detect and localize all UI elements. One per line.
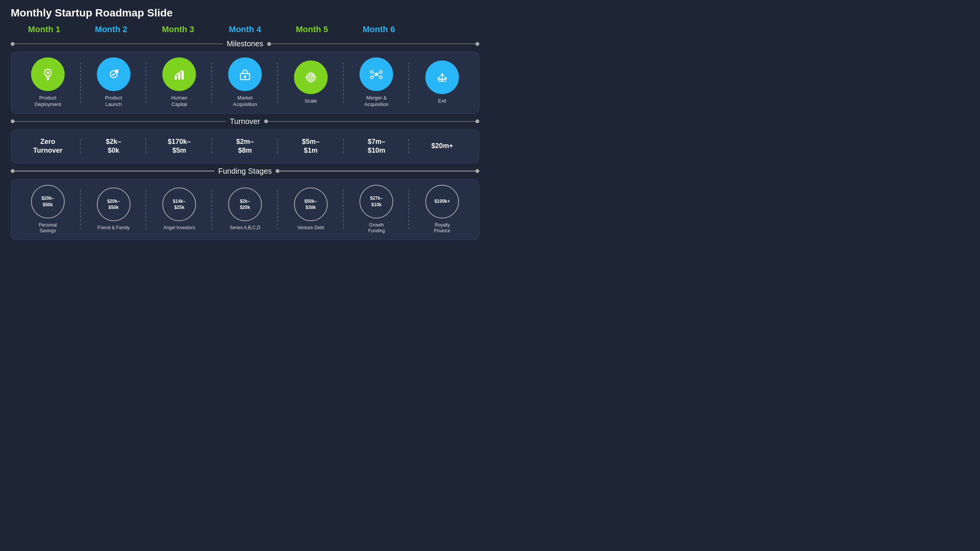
turnover-label: Turnover	[230, 117, 260, 126]
svg-point-14	[244, 75, 246, 78]
milestone-icon-4	[228, 57, 262, 91]
turnover-left-line	[11, 121, 226, 122]
funding-right-line	[276, 171, 479, 171]
funding-circle-2: $20k–$50k	[97, 187, 131, 221]
svg-point-28	[380, 76, 382, 79]
funding-circle-3: $14k–$25k	[162, 187, 196, 221]
turnover-value-2: $2k–$0k	[106, 137, 121, 155]
funding-amount-5: $50k–$30k	[304, 198, 317, 211]
funding-amount-7: $100k+	[434, 198, 450, 205]
funding-label-1: PersonalSavings	[39, 222, 57, 234]
milestone-label-6: Merger &Acquisition	[364, 95, 389, 108]
month-5-header: Month 5	[278, 23, 345, 36]
funding-label-7: RoyaltyFinance	[434, 222, 451, 234]
turnover-col-5: $5m–$1m	[278, 137, 344, 155]
svg-line-4	[50, 70, 51, 70]
funding-amount-4: $2k–$20k	[240, 198, 250, 211]
svg-point-25	[371, 71, 373, 73]
milestones-left-line	[11, 44, 223, 44]
turnover-value-7: $20m+	[431, 142, 453, 150]
turnover-col-6: $7m–$10m	[344, 137, 410, 155]
funding-circle-7: $100k+	[425, 185, 459, 218]
milestone-col-5: Scale	[278, 57, 344, 108]
turnover-col-7: $20m+	[409, 137, 475, 155]
turnover-col-2: $2k–$0k	[81, 137, 147, 155]
funding-divider: Funding Stages	[11, 167, 479, 176]
milestone-col-3: HumanCapital	[146, 57, 212, 108]
month-6-header: Month 6	[345, 23, 412, 36]
milestone-label-2: ProductLaunch	[105, 95, 122, 108]
svg-rect-12	[181, 71, 184, 80]
funding-col-6: $27k–$10k GrowthFunding	[344, 185, 410, 234]
milestone-col-7: Exit	[409, 57, 475, 108]
milestone-icon-6	[359, 57, 393, 91]
svg-rect-11	[178, 73, 180, 80]
turnover-value-5: $5m–$1m	[302, 137, 320, 155]
funding-circle-5: $50k–$30k	[294, 187, 328, 221]
funding-label-2: Friend & Family	[98, 225, 130, 231]
funding-label-3: Angel Investors	[163, 225, 195, 231]
milestones-divider: Milestones	[11, 39, 479, 48]
funding-left-line	[11, 171, 214, 171]
milestone-icon-3	[162, 57, 196, 91]
milestone-icon-1	[31, 57, 65, 91]
milestone-label-7: Exit	[438, 98, 446, 104]
month-1-header: Month 1	[11, 23, 78, 36]
svg-line-29	[373, 72, 375, 74]
funding-amount-1: $20k–$50k	[41, 195, 54, 208]
month-header-row: Month 1 Month 2 Month 3 Month 4 Month 5 …	[11, 23, 479, 36]
funding-circle-4: $2k–$20k	[228, 187, 262, 221]
milestone-label-3: HumanCapital	[171, 95, 187, 108]
milestone-col-1: ProductDeployment	[15, 57, 81, 108]
funding-card: $20k–$50k PersonalSavings $20k–$50k Frie…	[11, 179, 479, 240]
svg-line-30	[377, 72, 380, 74]
svg-line-5	[45, 70, 46, 70]
milestone-label-1: ProductDeployment	[34, 95, 61, 108]
milestone-icon-2	[97, 57, 131, 91]
funding-amount-6: $27k–$10k	[370, 195, 383, 208]
svg-point-26	[380, 71, 382, 73]
funding-amount-2: $20k–$50k	[107, 198, 120, 211]
milestone-icon-5	[294, 60, 328, 94]
milestone-label-5: Scale	[304, 98, 317, 104]
svg-line-31	[373, 75, 375, 77]
svg-line-23	[312, 75, 313, 77]
month-2-header: Month 2	[78, 23, 145, 36]
svg-point-27	[371, 76, 373, 79]
funding-col-1: $20k–$50k PersonalSavings	[15, 185, 81, 234]
funding-col-2: $20k–$50k Friend & Family	[81, 185, 147, 234]
funding-label: Funding Stages	[218, 167, 272, 176]
funding-label-6: GrowthFunding	[368, 222, 385, 234]
milestone-label-4: MarketAcquisition	[233, 95, 257, 108]
turnover-value-3: $170k–$5m	[168, 137, 191, 155]
turnover-col-1: ZeroTurnover	[15, 137, 81, 155]
funding-col-3: $14k–$25k Angel Investors	[146, 185, 212, 234]
turnover-value-1: ZeroTurnover	[33, 137, 63, 155]
milestone-col-4: MarketAcquisition	[212, 57, 278, 108]
funding-col-7: $100k+ RoyaltyFinance	[409, 185, 475, 234]
svg-point-2	[46, 72, 49, 74]
milestones-right-line	[267, 44, 479, 44]
turnover-divider: Turnover	[11, 117, 479, 126]
turnover-card: ZeroTurnover $2k–$0k $170k–$5m $2m–$8m $…	[11, 129, 479, 163]
funding-col-5: $50k–$30k Venture Debt	[278, 185, 344, 234]
svg-rect-10	[175, 76, 177, 80]
funding-label-4: Series A,B,C,D	[230, 225, 260, 231]
svg-line-32	[377, 75, 380, 77]
turnover-right-line	[264, 121, 479, 122]
month-extra-header	[412, 23, 479, 36]
turnover-value-4: $2m–$8m	[236, 137, 254, 155]
milestone-icon-7	[425, 60, 459, 94]
milestones-card: ProductDeployment ProductLaunch	[11, 52, 479, 114]
turnover-col-4: $2m–$8m	[212, 137, 278, 155]
funding-circle-1: $20k–$50k	[31, 185, 65, 218]
funding-label-5: Venture Debt	[297, 225, 324, 231]
month-3-header: Month 3	[145, 23, 212, 36]
month-4-header: Month 4	[212, 23, 279, 36]
funding-circle-6: $27k–$10k	[359, 185, 393, 218]
milestones-label: Milestones	[227, 39, 263, 48]
funding-col-4: $2k–$20k Series A,B,C,D	[212, 185, 278, 234]
turnover-col-3: $170k–$5m	[146, 137, 212, 155]
funding-amount-3: $14k–$25k	[173, 198, 186, 211]
milestone-col-2: ProductLaunch	[81, 57, 147, 108]
